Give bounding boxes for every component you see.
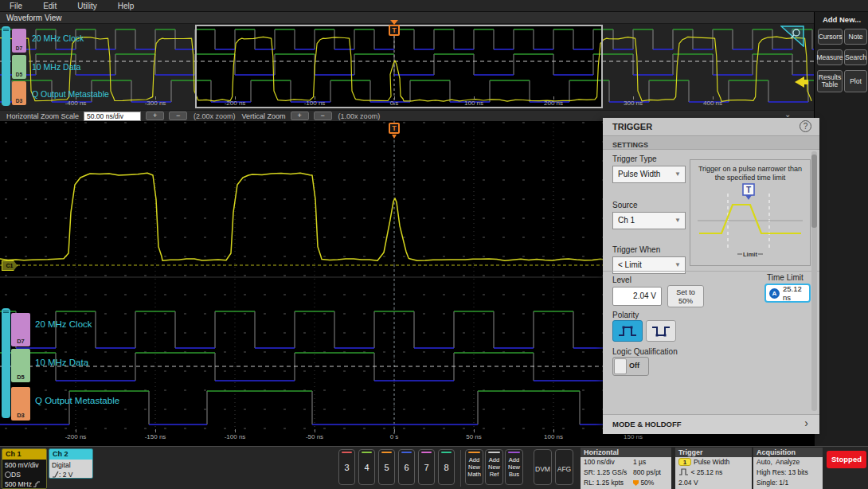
acquisition-info-panel[interactable]: Acquisition Auto, Analyze High Res: 13 b… [753,448,823,489]
add-button-label: AddNewRef [486,456,502,478]
hzoom-factor-readout: (2.00x zoom) [194,112,236,120]
mode-holdoff-section[interactable]: MODE & HOLDOFF › [603,414,819,434]
tab-settings[interactable]: SETTINGS [603,135,819,150]
channel-3-button[interactable]: 3 [338,449,355,485]
add-new-bus-button[interactable]: AddNewBus [505,449,523,485]
vzoom-factor-readout: (1.00x zoom) [338,112,381,120]
ch1-probe: DS [11,471,21,479]
channel-5-button[interactable]: 5 [378,449,395,485]
sample-period: 800 ps/pt [633,467,661,478]
time-limit-label: Time Limit [767,273,803,282]
polarity-positive-button[interactable] [612,320,643,342]
add-new-math-button[interactable]: AddNewMath [465,449,483,485]
logic-qualification-value: Off [629,362,639,370]
overview-zoom-window[interactable] [195,25,603,108]
logic-qualification-toggle[interactable]: Off [612,357,649,376]
acquisition-panel-title: Acquisition [753,448,823,457]
hzoom-increase-button[interactable]: + [146,111,164,120]
ch2-badge-header: Ch 2 [49,449,92,460]
add-button-label: AddNewBus [506,456,522,478]
mode-holdoff-label: MODE & HOLDOFF [612,415,682,434]
menu-item-file[interactable]: File [10,2,22,10]
hzoom-decrease-button[interactable]: − [169,111,187,120]
results-sidebar: Add New... CursorsNoteMeasureSearchResul… [814,12,868,446]
add-new-note-button[interactable]: Note [844,29,867,45]
diagram-trigger-flag-icon: T [743,184,754,200]
add-new-search-button[interactable]: Search [844,49,867,65]
add-new-ref-button[interactable]: AddNewRef [485,449,503,485]
channel-color-stripe [342,452,352,453]
stopped-button[interactable]: Stopped [827,451,866,468]
horizontal-info-panel[interactable]: Horizontal 100 ns/div1 µs SR: 1.25 GS/s8… [581,448,671,489]
trigger-settings-panel: TRIGGER ? SETTINGS Trigger Type Pulse Wi… [603,118,819,434]
vzoom-decrease-button[interactable]: − [314,111,332,120]
ch2-badge[interactable]: Ch 2 Digital : 2 V [49,448,93,479]
source-dropdown[interactable]: Ch 1 ▼ [612,212,686,229]
ch1-level-marker-icon[interactable] [795,76,804,88]
help-icon[interactable]: ? [800,120,811,132]
trigger-when-value: < Limit [618,260,642,269]
time-limit-field[interactable]: A 25.12 ns [764,284,811,303]
positive-pulse-icon [617,324,638,338]
add-color-stripe [468,452,480,453]
channel-7-button[interactable]: 7 [418,449,435,485]
trigger-info-panel[interactable]: Trigger 1Pulse Width < 25.12 ns 2.04 V [675,448,752,489]
level-field[interactable]: 2.04 V [612,287,662,306]
channel-4-button[interactable]: 4 [358,449,375,485]
trigger-position-value: 50% [640,479,654,487]
menu-item-edit[interactable]: Edit [43,2,57,10]
channel-color-stripe [381,452,392,453]
dvm-button[interactable]: DVM [534,449,552,485]
channel-color-stripe [441,452,452,453]
probe-icon [5,471,11,478]
status-bar: Ch 1 500 mV/div DS 500 MHz Ch 2 Digital … [0,446,868,489]
add-new-plot-button[interactable]: Plot [844,70,867,92]
add-new-cursors-button[interactable]: Cursors [818,29,843,45]
sample-rate: SR: 1.25 GS/s [584,467,633,478]
acquisition-resolution: High Res: 13 bits [757,467,819,478]
add-button-label: AddNewMath [466,456,483,478]
ch1-bandwidth: 500 MHz [5,480,32,488]
channel-color-stripe [421,452,432,453]
ch1-badge-header: Ch 1 [2,449,46,460]
toggle-knob [614,358,627,374]
horizontal-duration: 1 µs [633,457,646,467]
main-trigger-flag[interactable]: T [389,123,400,134]
menu-item-utility[interactable]: Utility [77,2,96,10]
overview-zoom-icon[interactable] [780,25,804,47]
trigger-info-line2: the specified time limit [715,174,786,182]
channel-number: 4 [359,463,374,472]
source-value: Ch 1 [618,216,635,225]
add-new-results-table-button[interactable]: Results Table [817,70,843,92]
level-label: Level [612,276,631,284]
trigger-type-dropdown[interactable]: Pulse Width ▼ [612,166,686,183]
afg-button[interactable]: AFG [555,449,573,485]
add-color-stripe [508,452,520,453]
main-trigger-flag-pointer-icon [392,135,397,139]
channel-color-stripe [401,452,412,453]
channel-8-button[interactable]: 8 [438,449,455,485]
vzoom-increase-button[interactable]: + [291,111,309,120]
channel-6-button[interactable]: 6 [398,449,415,485]
trigger-type-value: Pulse Width [618,170,660,178]
panel-scrollbar[interactable] [811,151,817,411]
waveform-view-title: Waveform View [6,14,61,22]
overview-trigger-flag[interactable]: T [389,25,400,36]
level-value: 2.04 V [633,291,656,300]
horizontal-zoom-scale-input[interactable] [84,111,141,121]
panel-scrollbar-thumb[interactable] [811,155,817,228]
ch1-badge[interactable]: Ch 1 500 mV/div DS 500 MHz [2,448,47,489]
record-length: RL: 1.25 kpts [584,478,633,488]
add-new-measure-button[interactable]: Measure [817,49,843,65]
statusbar-divider [460,450,461,487]
add-color-stripe [488,452,500,453]
polarity-label: Polarity [612,311,639,319]
ch1-scale: 500 mV/div [5,460,46,470]
polarity-negative-button[interactable] [646,320,676,342]
acquisition-mode: Auto, Analyze [757,457,819,467]
menu-item-help[interactable]: Help [118,2,135,10]
chevron-right-icon: › [804,417,808,429]
ch2-mode: Digital [52,460,92,470]
trigger-info-box: Trigger on a pulse narrower than the spe… [690,159,811,266]
set-to-50-button[interactable]: Set to 50% [667,285,704,307]
